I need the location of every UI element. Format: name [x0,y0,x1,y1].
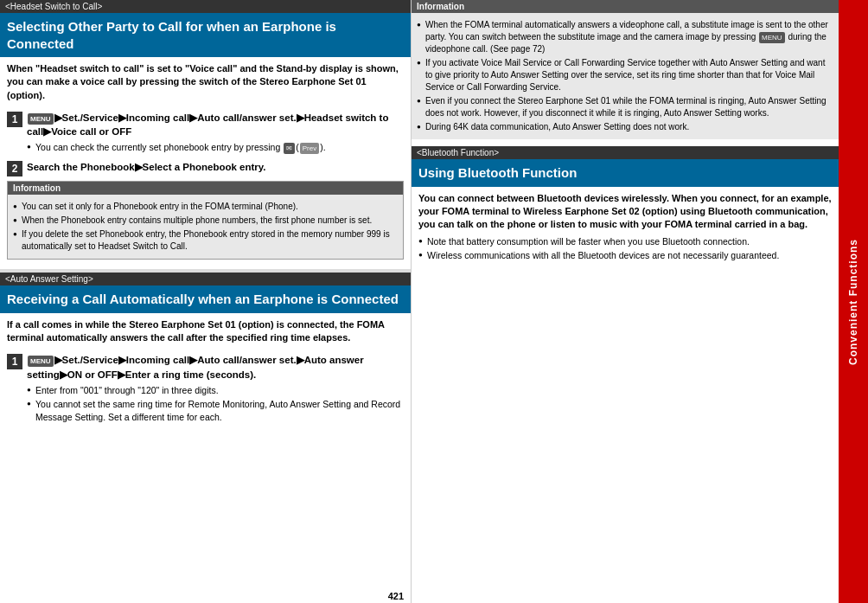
menu-icon3: MENU [28,356,54,367]
section1-body: When "Headset switch to call" is set to … [0,57,411,269]
step1-content: MENU▶Set./Service▶Incoming call▶Auto cal… [27,111,404,157]
section1-step2: 2 Search the Phonebook▶Select a Phoneboo… [7,160,404,176]
section2-title: Receiving a Call Automatically when an E… [7,291,404,308]
section2-header-text: <Auto Answer Setting> [5,274,93,284]
section2-header: <Auto Answer Setting> [0,273,411,285]
section1-info-content: You can set it only for a Phonebook entr… [8,195,403,259]
section3-bullet1: Note that battery consumption will be fa… [418,235,832,248]
page-number: 421 [388,591,404,601]
section3-header-text: <Bluetooth Function> [417,148,499,157]
section1-header: <Headset Switch to Call> [0,0,411,13]
section1-info-header: Information [8,182,403,195]
step2-content: Search the Phonebook▶Select a Phonebook … [27,160,404,174]
step2-text: Search the Phonebook▶Select a Phonebook … [27,162,266,172]
section3-body: You can connect between Bluetooth device… [412,187,839,271]
section3-header: <Bluetooth Function> [412,146,839,159]
info1-bullet1: You can set it only for a Phonebook entr… [13,201,398,213]
s3-info-bullet3: Even if you connect the Stereo Earphone … [417,95,833,119]
s3-info-bullet2: If you activate Voice Mail Service or Ca… [417,57,833,93]
section2-bullet1: Enter from "001" through "120" in three … [27,384,404,397]
section2: <Auto Answer Setting> Receiving a Call A… [0,273,411,435]
page-number-row: 421 [0,435,411,603]
section1-step1: 1 MENU▶Set./Service▶Incoming call▶Auto c… [7,111,404,157]
prev-icon: Prev [300,143,319,154]
section2-step1-text: MENU▶Set./Service▶Incoming call▶Auto cal… [27,355,364,379]
right-sidebar: Convenient Functions [839,0,868,603]
section1-intro: When "Headset switch to call" is set to … [7,62,404,102]
info1-bullet3: If you delete the set Phonebook entry, t… [13,228,398,253]
section3-info-top-content: When the FOMA terminal automatically ans… [412,13,839,139]
section2-intro: If a call comes in while the Stereo Earp… [7,318,404,345]
step1-number: 1 [7,112,22,127]
section3-info-top-bullets: When the FOMA terminal automatically ans… [417,19,833,133]
step2-number: 2 [7,161,22,176]
section1-info-bullets: You can set it only for a Phonebook entr… [13,201,398,253]
section3-bullets: Note that battery consumption will be fa… [418,235,832,262]
section2-bullet2: You cannot set the same ring time for Re… [27,398,404,423]
main-content: <Headset Switch to Call> Selecting Other… [0,0,839,603]
sidebar-label: Convenient Functions [847,239,859,365]
section1-header-text: <Headset Switch to Call> [5,2,102,11]
section1-title: Selecting Other Party to Call for when a… [7,18,404,52]
section2-step1-number: 1 [7,354,22,369]
section3-title: Using Bluetooth Function [418,164,832,182]
section3: <Bluetooth Function> Using Bluetooth Fun… [412,146,839,270]
section2-step1-content: MENU▶Set./Service▶Incoming call▶Auto cal… [27,353,404,426]
section3-info-top: Information When the FOMA terminal autom… [412,0,839,139]
section1: <Headset Switch to Call> Selecting Other… [0,0,411,269]
section2-step1-label: Set./Service▶Incoming call▶Auto call/ans… [27,355,364,379]
section1-info-box: Information You can set it only for a Ph… [7,181,404,260]
s3-info-bullet1: When the FOMA terminal automatically ans… [417,19,833,55]
right-column: Information When the FOMA terminal autom… [412,0,839,603]
section2-step1: 1 MENU▶Set./Service▶Incoming call▶Auto c… [7,353,404,426]
menu-icon2: ✉ [284,143,295,154]
s3-info-bullet4: During 64K data communication, Auto Answ… [417,121,833,133]
step1-label: Set./Service▶Incoming call▶Auto call/ans… [27,112,388,137]
two-col-layout: <Headset Switch to Call> Selecting Other… [0,0,839,603]
section2-body: If a call comes in while the Stereo Earp… [0,313,411,435]
info1-bullet2: When the Phonebook entry contains multip… [13,215,398,227]
menu-icon4: MENU [759,32,785,43]
section3-bullet2: Wireless communications with all the Blu… [418,249,832,262]
menu-icon1: MENU [28,113,54,125]
section3-title-block: Using Bluetooth Function [412,159,839,187]
section2-step1-bullets: Enter from "001" through "120" in three … [27,384,404,424]
left-column: <Headset Switch to Call> Selecting Other… [0,0,412,603]
step1-bullets: You can check the currently set phoneboo… [27,141,404,154]
section1-title-block: Selecting Other Party to Call for when a… [0,13,411,57]
section3-info-top-header: Information [412,0,839,13]
section3-intro: You can connect between Bluetooth device… [418,192,832,232]
section2-title-block: Receiving a Call Automatically when an E… [0,285,411,313]
step1-bullet1: You can check the currently set phoneboo… [27,141,404,154]
step1-text: MENU▶Set./Service▶Incoming call▶Auto cal… [27,112,388,137]
